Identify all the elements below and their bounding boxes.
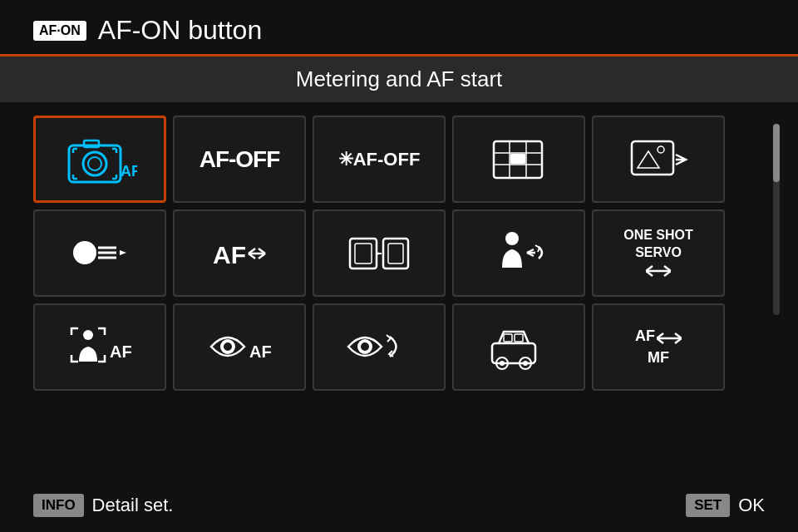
subtitle-bar: Metering and AF start bbox=[0, 57, 798, 102]
svg-rect-24 bbox=[388, 244, 403, 264]
svg-rect-10 bbox=[510, 154, 525, 164]
grid-cell-metering-af-start[interactable]: AF bbox=[33, 116, 166, 203]
area-select-icon bbox=[490, 135, 548, 185]
svg-rect-21 bbox=[355, 244, 372, 264]
af-mf-switch-icon: AF MF bbox=[635, 327, 682, 367]
svg-text:AF: AF bbox=[213, 241, 246, 268]
grid-cell-car-tracking[interactable] bbox=[452, 303, 585, 391]
grid-row-2: AF bbox=[33, 209, 768, 297]
grid-cell-eye-tracking[interactable] bbox=[313, 303, 446, 391]
svg-point-25 bbox=[505, 232, 519, 245]
svg-rect-35 bbox=[492, 343, 535, 363]
car-tracking-icon bbox=[485, 320, 552, 374]
oneshot-servo-icon: ONE SHOT SERVO bbox=[623, 227, 693, 280]
svg-point-14 bbox=[73, 241, 96, 264]
svg-point-34 bbox=[361, 342, 369, 351]
grid-cell-af-plus[interactable]: AF bbox=[173, 209, 306, 297]
grid-row-1: AF AF-OFF ✳AF-OFF bbox=[33, 116, 768, 203]
tracking-af-icon bbox=[485, 226, 552, 280]
svg-point-2 bbox=[83, 152, 106, 175]
eye-tracking-icon bbox=[344, 320, 415, 374]
svg-point-28 bbox=[83, 330, 93, 340]
grid-cell-dual-af[interactable] bbox=[313, 209, 446, 297]
svg-point-39 bbox=[523, 361, 528, 366]
star-af-off-icon: ✳AF-OFF bbox=[338, 149, 421, 170]
grid-cell-image-select[interactable] bbox=[592, 116, 725, 203]
grid-cell-tracking-af[interactable] bbox=[452, 209, 585, 297]
grid-cell-oneshot-servo[interactable]: ONE SHOT SERVO bbox=[592, 209, 725, 297]
svg-text:AF: AF bbox=[110, 342, 132, 361]
grid-cell-face-af[interactable]: AF bbox=[33, 303, 166, 391]
svg-point-3 bbox=[88, 157, 101, 170]
face-af-icon: AF bbox=[65, 320, 135, 374]
svg-rect-1 bbox=[84, 140, 99, 147]
info-badge: INFO bbox=[33, 494, 84, 517]
grid-cell-area-select[interactable] bbox=[452, 116, 585, 203]
info-label: Detail set. bbox=[92, 495, 174, 516]
af-plus-icon: AF bbox=[209, 229, 271, 278]
grid-cell-metering-switch[interactable] bbox=[33, 209, 166, 297]
grid-cell-eye-af[interactable]: AF bbox=[173, 303, 306, 391]
set-label: OK bbox=[738, 495, 765, 516]
grid-row-3: AF AF bbox=[33, 303, 768, 391]
svg-rect-41 bbox=[515, 334, 523, 342]
svg-point-37 bbox=[500, 361, 505, 366]
eye-af-icon: AF bbox=[204, 320, 275, 374]
header-title: AF-ON button bbox=[98, 15, 262, 46]
svg-point-12 bbox=[658, 146, 664, 153]
svg-text:AF: AF bbox=[121, 163, 137, 180]
footer: INFO Detail set. SET OK bbox=[0, 484, 798, 532]
set-button[interactable]: SET OK bbox=[686, 494, 765, 517]
set-badge: SET bbox=[686, 494, 730, 517]
afon-badge: AF·ON bbox=[33, 21, 86, 41]
grid-cell-af-mf-switch[interactable]: AF MF bbox=[592, 303, 725, 391]
header: AF·ON AF-ON button bbox=[0, 0, 798, 54]
scrollbar-track bbox=[773, 124, 780, 315]
af-off-icon: AF-OFF bbox=[200, 146, 280, 173]
metering-switch-icon bbox=[66, 226, 133, 280]
scrollbar-thumb bbox=[773, 124, 780, 182]
svg-point-31 bbox=[224, 342, 232, 351]
subtitle-text: Metering and AF start bbox=[296, 66, 503, 91]
info-button[interactable]: INFO Detail set. bbox=[33, 494, 173, 517]
svg-rect-40 bbox=[504, 334, 512, 342]
main-content: AF AF-OFF ✳AF-OFF bbox=[0, 102, 798, 484]
grid-area: AF AF-OFF ✳AF-OFF bbox=[33, 116, 768, 475]
metering-af-icon: AF bbox=[62, 131, 137, 189]
scrollbar[interactable] bbox=[768, 116, 785, 475]
grid-cell-star-af-off[interactable]: ✳AF-OFF bbox=[313, 116, 446, 203]
dual-af-icon bbox=[346, 229, 412, 278]
screen: AF·ON AF-ON button Metering and AF start bbox=[0, 0, 798, 532]
image-select-icon bbox=[628, 135, 690, 185]
svg-text:AF: AF bbox=[249, 342, 272, 361]
grid-cell-af-off[interactable]: AF-OFF bbox=[173, 116, 306, 203]
